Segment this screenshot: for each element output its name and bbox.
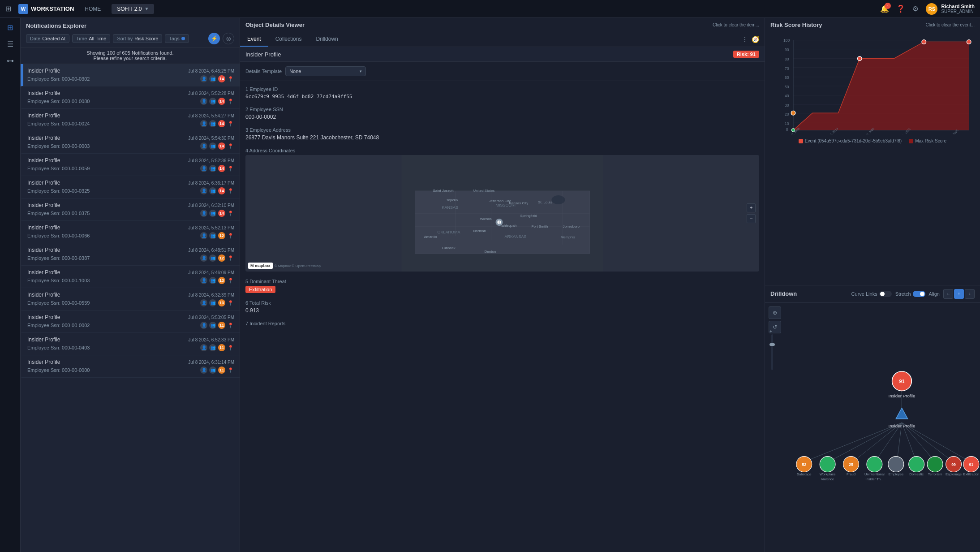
notification-item[interactable]: Insider Profile Jul 8 2024, 6:31:14 PM E… xyxy=(21,355,240,378)
svg-text:Tahlequah: Tahlequah xyxy=(500,224,517,228)
settings-icon[interactable]: ⚙ xyxy=(912,4,919,13)
template-select[interactable]: None xyxy=(285,66,366,76)
notif-icon-user: 👤 xyxy=(200,142,207,150)
notif-icon-user: 👤 xyxy=(200,210,207,217)
svg-point-82 xyxy=(867,456,882,472)
notif-date: Jul 8 2024, 5:54:27 PM xyxy=(188,113,234,118)
time-value: All Time xyxy=(89,36,106,41)
compass-tool[interactable]: ⊕ xyxy=(769,306,781,319)
time-filter-chip[interactable]: Time All Time xyxy=(72,34,110,43)
svg-text:Jefferson City: Jefferson City xyxy=(489,199,511,203)
svg-text:52: 52 xyxy=(802,462,806,467)
notification-item[interactable]: Insider Profile Jul 8 2024, 6:48:51 PM E… xyxy=(21,243,240,266)
align-left-button[interactable]: ← xyxy=(943,289,953,299)
object-header: Insider Profile Risk: 91 xyxy=(240,47,765,62)
notif-ssn: Employee Ssn: 000-00-0024 xyxy=(27,121,90,126)
notif-icon-group: 👥 xyxy=(209,98,216,105)
zoom-bar: + − xyxy=(771,334,773,370)
svg-text:Fort Smith: Fort Smith xyxy=(532,224,548,229)
results-info: Showing 100 of 605 Notifications found. … xyxy=(21,47,240,64)
notif-ssn: Employee Ssn: 000-00-0559 xyxy=(27,300,90,306)
notification-item[interactable]: Insider Profile Jul 8 2024, 5:52:13 PM E… xyxy=(21,221,240,243)
svg-text:Terrorism: Terrorism xyxy=(928,472,942,476)
notification-item[interactable]: Insider Profile Jul 8 2024, 5:54:27 PM E… xyxy=(21,109,240,131)
notification-item[interactable]: Insider Profile Jul 8 2024, 5:53:05 PM E… xyxy=(21,310,240,333)
svg-text:Topeka: Topeka xyxy=(447,198,458,202)
zoom-handle[interactable] xyxy=(769,343,775,346)
sort-value: Risk Score xyxy=(134,36,158,41)
field-employee-ssn: 2 Employee SSN 000-00-0002 xyxy=(245,107,759,120)
notification-item[interactable]: Insider Profile Jul 8 2024, 6:32:39 PM E… xyxy=(21,288,240,310)
filter-button[interactable]: ⚡ xyxy=(208,33,220,44)
notification-item[interactable]: Insider Profile Jul 8 2024, 5:52:36 PM E… xyxy=(21,154,240,176)
notif-icon-pin: 📍 xyxy=(227,277,234,284)
tags-filter-chip[interactable]: Tags xyxy=(165,34,189,43)
notifications-icon[interactable]: 🔔 1 xyxy=(880,4,889,13)
notification-item[interactable]: Insider Profile Jul 8 2024, 6:32:10 PM E… xyxy=(21,198,240,221)
notif-ssn: Employee Ssn: 000-00-0003 xyxy=(27,143,90,149)
svg-text:St. Louis: St. Louis xyxy=(538,200,552,204)
notifications-panel: Notifications Explorer Date Created At T… xyxy=(21,18,240,552)
svg-text:Jonesboro: Jonesboro xyxy=(563,224,580,229)
module-caret: ▼ xyxy=(144,6,149,11)
date-filter-chip[interactable]: Date Created At xyxy=(26,34,69,43)
map-zoom-in[interactable]: + xyxy=(747,203,756,212)
notif-icons: 👤 👥 14 📍 xyxy=(200,142,234,150)
notif-icon-pin: 📍 xyxy=(227,322,234,329)
notif-icon-user: 👤 xyxy=(200,367,207,374)
nav-home[interactable]: HOME xyxy=(81,6,104,12)
field-1-num: 1 Employee ID xyxy=(245,86,759,92)
tab-collections[interactable]: Collections xyxy=(268,32,309,47)
svg-text:Norman: Norman xyxy=(473,229,486,233)
notif-icon-user: 👤 xyxy=(200,277,207,284)
stretch-toggle[interactable] xyxy=(913,291,925,297)
notif-icon-pin: 📍 xyxy=(227,254,234,262)
notification-item[interactable]: Insider Profile Jul 8 2024, 5:46:09 PM E… xyxy=(21,266,240,288)
grid-icon[interactable]: ⊞ xyxy=(5,4,11,13)
map-zoom-out[interactable]: − xyxy=(747,214,756,223)
map-container: KANSAS MISSOURI OKLAHOMA ARKANSAS Wichit… xyxy=(245,155,759,272)
date-label: Date xyxy=(30,36,40,41)
notif-ssn: Employee Ssn: 000-00-0000 xyxy=(27,367,90,373)
sort-filter-chip[interactable]: Sort by Risk Score xyxy=(113,34,162,43)
clear-event-hint[interactable]: Click to clear the event... xyxy=(926,22,975,27)
svg-line-59 xyxy=(804,423,902,461)
notif-icon-user: 👤 xyxy=(200,98,207,105)
center-panel: Object Details Viewer Click to clear the… xyxy=(240,18,765,552)
align-up-button[interactable]: ↑ xyxy=(954,289,964,299)
notification-item[interactable]: Insider Profile Jul 8 2024, 6:52:33 PM E… xyxy=(21,333,240,355)
curve-links-toggle[interactable] xyxy=(879,291,892,297)
field-1-value: 6cc679c9-9935-4d6f-bd82-77cd74a9ff55 xyxy=(245,94,759,99)
svg-text:91: 91 xyxy=(899,378,904,384)
zoom-plus[interactable]: + xyxy=(769,329,772,334)
notif-date: Jul 8 2024, 6:52:33 PM xyxy=(188,337,234,342)
tab-menu-button[interactable]: ⋮ xyxy=(742,36,748,43)
zoom-minus[interactable]: − xyxy=(769,371,772,375)
notif-title: Insider Profile xyxy=(27,224,60,231)
notif-title: Insider Profile xyxy=(27,68,60,74)
nav-active-module[interactable]: SOFIT 2.0 ▼ xyxy=(112,4,154,14)
tab-event[interactable]: Event xyxy=(240,32,268,47)
notification-item[interactable]: Insider Profile Jul 8 2024, 6:36:17 PM E… xyxy=(21,176,240,198)
clear-item-hint[interactable]: Click to clear the item... xyxy=(713,22,759,27)
tab-compass-button[interactable]: 🧭 xyxy=(752,36,759,43)
settings-filter-button[interactable]: ◎ xyxy=(223,33,234,44)
notification-item[interactable]: Insider Profile Jul 8 2024, 5:54:30 PM E… xyxy=(21,131,240,154)
notif-icon-risk: 13 xyxy=(218,299,225,306)
notif-ssn: Employee Ssn: 000-00-0387 xyxy=(27,255,90,261)
notif-icon-group: 👥 xyxy=(209,210,216,217)
notification-item[interactable]: Insider Profile Jul 8 2024, 5:52:28 PM E… xyxy=(21,86,240,109)
align-down-button[interactable]: ↓ xyxy=(965,289,975,299)
stretch-toggle-group: Stretch xyxy=(895,291,925,297)
strip-icon-apps[interactable]: ⊞ xyxy=(7,23,13,32)
notif-icon-group: 👥 xyxy=(209,277,216,284)
notif-date: Jul 8 2024, 5:52:13 PM xyxy=(188,225,234,230)
notif-date: Jul 8 2024, 6:32:10 PM xyxy=(188,203,234,208)
notif-title: Insider Profile xyxy=(27,135,60,141)
tab-drilldown[interactable]: Drilldown xyxy=(309,32,345,47)
notification-item[interactable]: Insider Profile Jul 8 2024, 6:45:25 PM E… xyxy=(21,64,240,86)
strip-icon-layers[interactable]: ⊶ xyxy=(7,56,14,65)
help-icon[interactable]: ❓ xyxy=(896,4,905,13)
notif-icons: 👤 👥 11 📍 xyxy=(200,344,234,351)
strip-icon-filter[interactable]: ☰ xyxy=(7,40,13,48)
